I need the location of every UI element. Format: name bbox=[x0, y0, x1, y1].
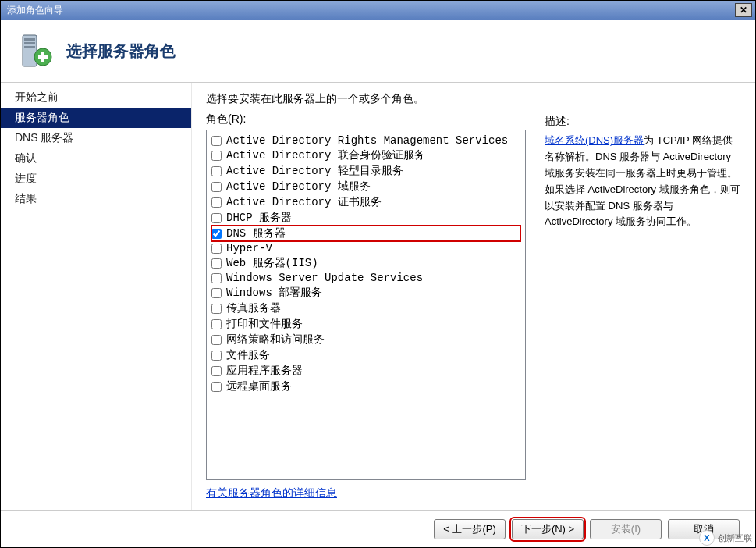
sidebar: 开始之前服务器角色DNS 服务器确认进度结果 bbox=[1, 83, 192, 510]
titlebar: 添加角色向导 ✕ bbox=[1, 1, 755, 20]
role-checkbox-16[interactable] bbox=[211, 382, 222, 392]
role-label-4: Active Directory 证书服务 bbox=[226, 195, 382, 209]
svg-rect-1 bbox=[24, 38, 35, 41]
description-body: 为 TCP/IP 网络提供名称解析。DNS 服务器与 ActiveDirecto… bbox=[545, 134, 740, 227]
role-checkbox-12[interactable] bbox=[211, 319, 222, 329]
role-row-2[interactable]: Active Directory 轻型目录服务 bbox=[211, 163, 520, 179]
role-label-1: Active Directory 联合身份验证服务 bbox=[226, 148, 425, 162]
role-checkbox-9[interactable] bbox=[211, 273, 222, 283]
wizard-window: 添加角色向导 ✕ 选择服务器角色 开始之前服务器角色DNS 服务器确认进度结果 … bbox=[0, 0, 756, 548]
window-title: 添加角色向导 bbox=[4, 4, 735, 17]
role-label-8: Web 服务器(IIS) bbox=[226, 256, 318, 270]
role-row-14[interactable]: 文件服务 bbox=[211, 347, 520, 363]
svg-rect-2 bbox=[24, 42, 35, 44]
roles-listbox[interactable]: Active Directory Rights Management Servi… bbox=[206, 130, 526, 480]
sidebar-item-5[interactable]: 结果 bbox=[1, 189, 191, 209]
role-label-5: DHCP 服务器 bbox=[226, 211, 292, 225]
install-button[interactable]: 安装(I) bbox=[590, 519, 662, 539]
description-label: 描述: bbox=[545, 112, 741, 130]
role-label-10: Windows 部署服务 bbox=[226, 286, 322, 300]
role-label-12: 打印和文件服务 bbox=[226, 317, 303, 331]
header: 选择服务器角色 bbox=[1, 20, 755, 82]
role-row-13[interactable]: 网络策略和访问服务 bbox=[211, 332, 520, 347]
role-row-6[interactable]: DNS 服务器 bbox=[211, 226, 520, 241]
role-row-16[interactable]: 远程桌面服务 bbox=[211, 379, 520, 394]
footer: < 上一步(P) 下一步(N) > 安装(I) 取消 bbox=[1, 510, 755, 547]
role-checkbox-7[interactable] bbox=[211, 244, 222, 254]
role-row-8[interactable]: Web 服务器(IIS) bbox=[211, 255, 520, 271]
role-checkbox-6[interactable] bbox=[211, 229, 222, 239]
more-info-link[interactable]: 有关服务器角色的详细信息 bbox=[206, 486, 337, 499]
role-checkbox-10[interactable] bbox=[211, 288, 222, 298]
next-button[interactable]: 下一步(N) > bbox=[512, 519, 584, 539]
page-title: 选择服务器角色 bbox=[66, 41, 176, 62]
previous-button[interactable]: < 上一步(P) bbox=[434, 519, 506, 539]
instruction-text: 选择要安装在此服务器上的一个或多个角色。 bbox=[206, 92, 741, 106]
role-row-9[interactable]: Windows Server Update Services bbox=[211, 271, 520, 285]
role-row-10[interactable]: Windows 部署服务 bbox=[211, 285, 520, 301]
role-label-13: 网络策略和访问服务 bbox=[226, 333, 325, 347]
sidebar-item-2[interactable]: DNS 服务器 bbox=[1, 128, 191, 148]
close-button[interactable]: ✕ bbox=[735, 3, 752, 17]
role-label-7: Hyper-V bbox=[226, 242, 272, 254]
role-checkbox-14[interactable] bbox=[211, 351, 222, 361]
role-label-11: 传真服务器 bbox=[226, 301, 281, 315]
role-checkbox-5[interactable] bbox=[211, 213, 222, 223]
panel-columns: 角色(R): Active Directory Rights Managemen… bbox=[206, 112, 741, 500]
role-checkbox-1[interactable] bbox=[211, 151, 222, 161]
main-panel: 选择要安装在此服务器上的一个或多个角色。 角色(R): Active Direc… bbox=[192, 83, 755, 510]
role-checkbox-2[interactable] bbox=[211, 166, 222, 176]
role-label-2: Active Directory 轻型目录服务 bbox=[226, 164, 403, 178]
role-label-14: 文件服务 bbox=[226, 348, 270, 362]
role-label-6: DNS 服务器 bbox=[226, 226, 286, 240]
watermark-text: 创新互联 bbox=[718, 532, 752, 544]
role-label-0: Active Directory Rights Management Servi… bbox=[226, 134, 508, 147]
description-text: 域名系统(DNS)服务器为 TCP/IP 网络提供名称解析。DNS 服务器与 A… bbox=[545, 133, 741, 230]
role-row-5[interactable]: DHCP 服务器 bbox=[211, 210, 520, 226]
description-link[interactable]: 域名系统(DNS)服务器 bbox=[545, 134, 644, 146]
watermark: X 创新互联 bbox=[699, 530, 752, 546]
role-checkbox-11[interactable] bbox=[211, 304, 222, 314]
role-row-0[interactable]: Active Directory Rights Management Servi… bbox=[211, 133, 520, 148]
role-checkbox-8[interactable] bbox=[211, 258, 222, 269]
role-label-3: Active Directory 域服务 bbox=[226, 180, 371, 194]
sidebar-item-1[interactable]: 服务器角色 bbox=[1, 108, 191, 128]
sidebar-item-3[interactable]: 确认 bbox=[1, 148, 191, 169]
role-row-15[interactable]: 应用程序服务器 bbox=[211, 363, 520, 379]
role-label-15: 应用程序服务器 bbox=[226, 364, 303, 378]
description-column: 描述: 域名系统(DNS)服务器为 TCP/IP 网络提供名称解析。DNS 服务… bbox=[545, 112, 741, 500]
role-row-4[interactable]: Active Directory 证书服务 bbox=[211, 194, 520, 210]
server-role-icon bbox=[16, 32, 54, 69]
role-row-7[interactable]: Hyper-V bbox=[211, 241, 520, 255]
sidebar-item-4[interactable]: 进度 bbox=[1, 169, 191, 189]
role-checkbox-3[interactable] bbox=[211, 182, 222, 192]
role-checkbox-15[interactable] bbox=[211, 366, 222, 376]
roles-column: 角色(R): Active Directory Rights Managemen… bbox=[206, 112, 526, 500]
role-label-16: 远程桌面服务 bbox=[226, 379, 292, 393]
svg-rect-3 bbox=[24, 46, 35, 48]
close-icon: ✕ bbox=[740, 5, 747, 16]
svg-rect-6 bbox=[38, 55, 48, 59]
role-checkbox-4[interactable] bbox=[211, 197, 222, 208]
watermark-icon: X bbox=[699, 530, 715, 546]
role-label-9: Windows Server Update Services bbox=[226, 272, 423, 284]
role-row-12[interactable]: 打印和文件服务 bbox=[211, 316, 520, 332]
sidebar-item-0[interactable]: 开始之前 bbox=[1, 87, 191, 108]
role-row-1[interactable]: Active Directory 联合身份验证服务 bbox=[211, 148, 520, 163]
role-checkbox-0[interactable] bbox=[211, 136, 222, 146]
role-row-11[interactable]: 传真服务器 bbox=[211, 301, 520, 316]
content-area: 开始之前服务器角色DNS 服务器确认进度结果 选择要安装在此服务器上的一个或多个… bbox=[1, 82, 755, 510]
more-info-link-container: 有关服务器角色的详细信息 bbox=[206, 486, 526, 500]
role-row-3[interactable]: Active Directory 域服务 bbox=[211, 179, 520, 194]
role-checkbox-13[interactable] bbox=[211, 335, 222, 345]
roles-label: 角色(R): bbox=[206, 112, 526, 126]
